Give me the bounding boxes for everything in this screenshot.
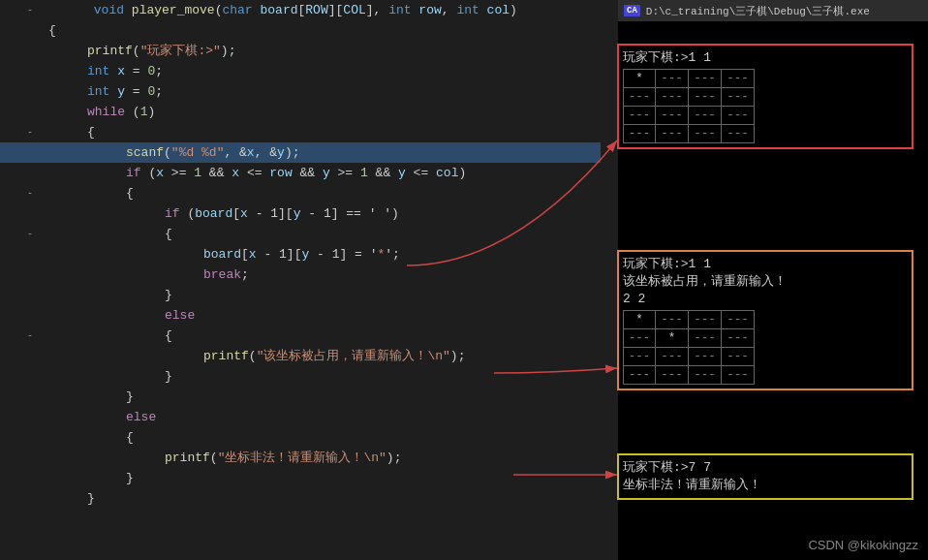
terminal-icon: CA: [624, 5, 640, 16]
code-line-4: int x = 0;: [0, 61, 601, 81]
overlay-box-2-line1: 玩家下棋:>1 1: [623, 256, 908, 273]
code-line-22: {: [0, 427, 601, 448]
line-content-11: if (board[x - 1][y - 1] == ' '): [45, 203, 601, 224]
line-num-7: -: [15, 122, 45, 142]
line-num-1: -: [15, 0, 45, 20]
code-panel: - void player_move(char board[ROW][COL],…: [0, 0, 601, 560]
overlay-box-1-prompt: 玩家下棋:>1 1: [623, 49, 908, 67]
line-content-23: printf("坐标非法！请重新输入！\n");: [45, 448, 601, 468]
line-content-17: {: [45, 326, 601, 346]
overlay-box-2: 玩家下棋:>1 1 该坐标被占用，请重新输入！ 2 2 * --- --- --…: [617, 250, 913, 390]
line-content-19: }: [45, 366, 601, 387]
line-num-12: -: [15, 224, 45, 244]
overlay-box-1: 玩家下棋:>1 1 * --- --- --- --- --- --- --- …: [617, 44, 913, 149]
code-line-11: if (board[x - 1][y - 1] == ' '): [0, 203, 601, 224]
code-line-18: printf("该坐标被占用，请重新输入！\n");: [0, 346, 601, 366]
code-line-17: - {: [0, 326, 601, 346]
function-name: player_move: [132, 3, 215, 17]
code-line-21: else: [0, 407, 601, 427]
code-line-24: }: [0, 468, 601, 488]
overlay-box-2-line3: 2 2: [623, 291, 908, 308]
code-line-16: else: [0, 305, 601, 326]
line-content-7: {: [45, 122, 601, 142]
code-line-2: {: [0, 20, 601, 41]
line-content-25: }: [45, 488, 601, 509]
code-line-13: board[x - 1][y - 1] = '*';: [0, 244, 601, 264]
overlay-box-2-board: * --- --- --- --- * --- --- --- --- --- …: [623, 310, 908, 385]
code-line-7: - {: [0, 122, 601, 142]
line-content-22: {: [45, 427, 601, 448]
terminal-title: D:\c_training\三子棋\Debug\三子棋.exe: [646, 4, 870, 18]
code-line-23: printf("坐标非法！请重新输入！\n");: [0, 448, 601, 468]
line-num-10: -: [15, 183, 45, 203]
overlay-box-3-line2: 坐标非法！请重新输入！: [623, 477, 908, 494]
code-line-3: printf("玩家下棋:>");: [0, 41, 601, 61]
overlay-box-2-line2: 该坐标被占用，请重新输入！: [623, 273, 908, 291]
code-line-1: - void player_move(char board[ROW][COL],…: [0, 0, 601, 20]
code-line-25: }: [0, 488, 601, 509]
line-content-16: else: [45, 305, 601, 326]
line-content-18: printf("该坐标被占用，请重新输入！\n");: [45, 346, 601, 366]
code-line-20: }: [0, 387, 601, 407]
csdn-watermark: CSDN @kikokingzz: [808, 538, 918, 552]
line-num-17: -: [15, 326, 45, 346]
code-line-14: break;: [0, 264, 601, 285]
code-line-15: }: [0, 285, 601, 305]
line-content-24: }: [45, 468, 601, 488]
line-content-14: break;: [45, 264, 601, 285]
line-content-10: {: [45, 183, 601, 203]
line-content-20: }: [45, 387, 601, 407]
overlay-box-3-line1: 玩家下棋:>7 7: [623, 459, 908, 477]
terminal-body: [618, 21, 928, 29]
line-content-2: {: [45, 20, 601, 41]
line-content-21: else: [45, 407, 601, 427]
code-line-6: while (1): [0, 102, 601, 122]
keyword: void: [94, 3, 132, 17]
code-line-8: scanf("%d %d", &x, &y);: [0, 142, 601, 163]
line-content-6: while (1): [45, 102, 601, 122]
code-line-12: - {: [0, 224, 601, 244]
code-line-5: int y = 0;: [0, 81, 601, 102]
line-content-12: {: [45, 224, 601, 244]
line-content-8: scanf("%d %d", &x, &y);: [45, 142, 601, 163]
line-content-15: }: [45, 285, 601, 305]
terminal-titlebar: CA D:\c_training\三子棋\Debug\三子棋.exe: [618, 0, 928, 21]
line-content-9: if (x >= 1 && x <= row && y >= 1 && y <=…: [45, 163, 601, 183]
code-line-9: if (x >= 1 && x <= row && y >= 1 && y <=…: [0, 163, 601, 183]
code-line-19: }: [0, 366, 601, 387]
code-line-10: - {: [0, 183, 601, 203]
overlay-box-1-board: * --- --- --- --- --- --- --- --- --- --…: [623, 69, 908, 143]
line-content-4: int x = 0;: [45, 61, 601, 81]
overlay-box-3: 玩家下棋:>7 7 坐标非法！请重新输入！: [617, 453, 913, 500]
line-content-3: printf("玩家下棋:>");: [45, 41, 601, 61]
line-content-5: int y = 0;: [45, 81, 601, 102]
line-content-13: board[x - 1][y - 1] = '*';: [45, 244, 601, 264]
